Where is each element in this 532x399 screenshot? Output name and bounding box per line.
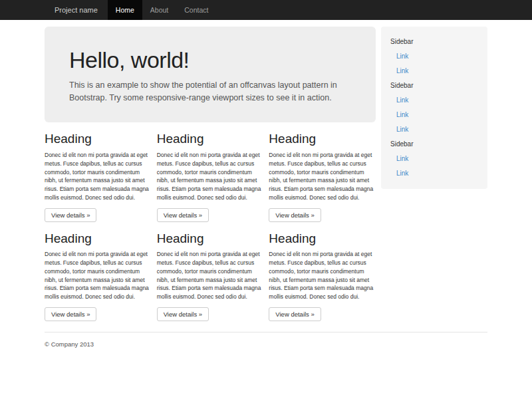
nav-item-contact[interactable]: Contact — [176, 0, 216, 20]
feature-card: Heading Donec id elit non mi porta gravi… — [269, 231, 376, 321]
jumbotron-description: This is an example to show the potential… — [69, 79, 351, 104]
copyright-text: © Company 2013 — [45, 340, 487, 348]
nav-item-home[interactable]: Home — [108, 0, 142, 20]
card-body: Donec id elit non mi porta gravida at eg… — [45, 250, 152, 301]
cards-row-2: Heading Donec id elit non mi porta gravi… — [45, 231, 376, 321]
view-details-button[interactable]: View details » — [45, 307, 96, 321]
jumbotron: Hello, world! This is an example to show… — [45, 27, 376, 122]
sidebar-group-2: Sidebar Link Link Link — [390, 78, 478, 137]
card-body: Donec id elit non mi porta gravida at eg… — [269, 151, 376, 202]
view-details-button[interactable]: View details » — [157, 307, 209, 321]
sidebar-link[interactable]: Link — [390, 49, 478, 64]
view-details-button[interactable]: View details » — [157, 208, 209, 222]
card-heading: Heading — [157, 231, 264, 247]
main-column: Hello, world! This is an example to show… — [45, 27, 376, 321]
card-body: Donec id elit non mi porta gravida at eg… — [269, 250, 376, 301]
navbar: Project name Home About Contact — [0, 0, 532, 20]
sidebar-group-heading: Sidebar — [390, 78, 478, 93]
navbar-brand[interactable]: Project name — [45, 0, 108, 20]
sidebar-link[interactable]: Link — [390, 152, 478, 166]
card-body: Donec id elit non mi porta gravida at eg… — [157, 250, 264, 301]
feature-card: Heading Donec id elit non mi porta gravi… — [45, 231, 152, 321]
sidebar-group-heading: Sidebar — [390, 35, 478, 49]
feature-card: Heading Donec id elit non mi porta gravi… — [157, 231, 264, 321]
view-details-button[interactable]: View details » — [45, 208, 96, 222]
sidebar-group-1: Sidebar Link Link — [390, 35, 478, 78]
card-heading: Heading — [157, 132, 264, 147]
sidebar-link[interactable]: Link — [390, 108, 478, 122]
feature-card: Heading Donec id elit non mi porta gravi… — [157, 132, 264, 221]
sidebar-group-3: Sidebar Link Link — [390, 137, 478, 181]
sidebar-link[interactable]: Link — [390, 166, 478, 181]
sidebar: Sidebar Link Link Sidebar Link Link Link… — [381, 27, 487, 189]
footer-divider — [45, 332, 487, 332]
content-row: Hello, world! This is an example to show… — [45, 27, 487, 321]
view-details-button[interactable]: View details » — [269, 208, 321, 222]
card-body: Donec id elit non mi porta gravida at eg… — [45, 151, 152, 202]
card-heading: Heading — [45, 231, 152, 247]
page-title: Hello, world! — [69, 47, 351, 74]
sidebar-link[interactable]: Link — [390, 64, 478, 78]
page-container: Hello, world! This is an example to show… — [45, 27, 487, 348]
nav-item-about[interactable]: About — [142, 0, 176, 20]
card-heading: Heading — [269, 132, 376, 147]
navbar-menu: Home About Contact — [108, 0, 217, 20]
sidebar-link[interactable]: Link — [390, 122, 478, 137]
footer: © Company 2013 — [45, 340, 487, 348]
view-details-button[interactable]: View details » — [269, 307, 321, 321]
sidebar-group-heading: Sidebar — [390, 137, 478, 152]
cards-row-1: Heading Donec id elit non mi porta gravi… — [45, 132, 376, 221]
sidebar-link[interactable]: Link — [390, 93, 478, 108]
card-body: Donec id elit non mi porta gravida at eg… — [157, 151, 264, 202]
feature-card: Heading Donec id elit non mi porta gravi… — [269, 132, 376, 221]
card-heading: Heading — [269, 231, 376, 247]
card-heading: Heading — [45, 132, 152, 147]
feature-card: Heading Donec id elit non mi porta gravi… — [45, 132, 152, 221]
